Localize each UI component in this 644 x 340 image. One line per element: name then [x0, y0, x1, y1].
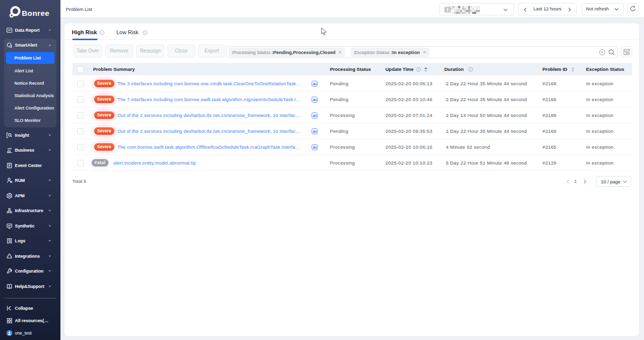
svg-text:Bonree: Bonree	[22, 9, 50, 17]
